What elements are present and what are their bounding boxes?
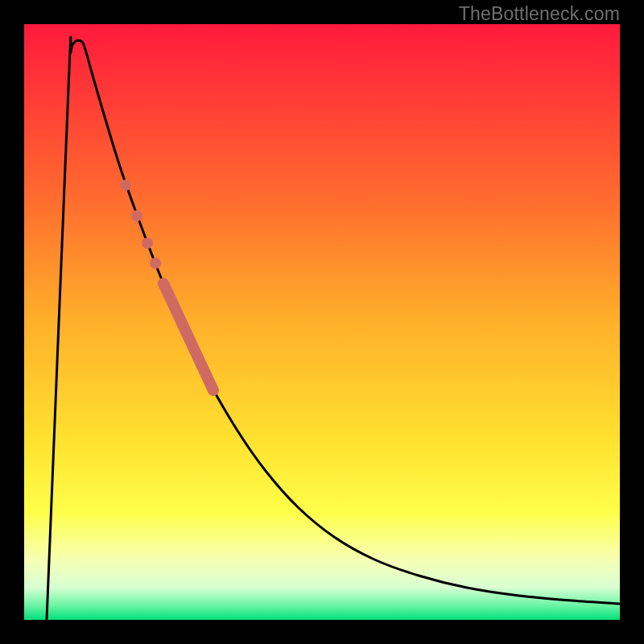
gradient-background bbox=[24, 24, 620, 620]
highlighted-dots-point bbox=[150, 258, 161, 269]
highlighted-dots-point bbox=[131, 210, 142, 221]
watermark-text: TheBottleneck.com bbox=[459, 3, 620, 25]
highlighted-dots-point bbox=[120, 180, 131, 191]
plot-area bbox=[24, 24, 620, 620]
chart-frame: TheBottleneck.com bbox=[0, 0, 644, 644]
chart-svg bbox=[24, 24, 620, 620]
highlighted-dots-point bbox=[142, 237, 153, 249]
